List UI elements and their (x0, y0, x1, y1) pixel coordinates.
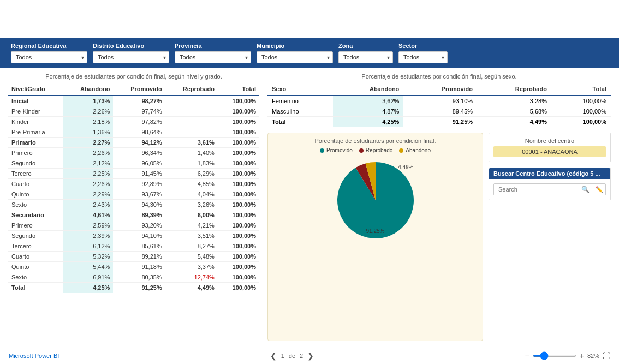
cell-promovido: 98,64% (113, 127, 165, 138)
cell-abandono: 2,12% (63, 158, 113, 169)
filter-sector: Sector Todos (398, 43, 448, 63)
table-row: Sexto6,91%80,35%12,74%100,00% (8, 272, 259, 283)
cell-promovido: 91,25% (113, 283, 165, 293)
cell-reprobado: 4,21% (165, 220, 218, 231)
cell-nivel: Primario (8, 138, 63, 148)
table-row: Segundo2,39%94,10%3,51%100,00% (8, 231, 259, 241)
centro-nombre-value: 00001 - ANACAONA (493, 146, 606, 157)
cell-promovido: 91,18% (113, 262, 165, 272)
footer: Microsoft Power BI ❮ 1 de 2 ❯ − + 82% ⛶ (0, 347, 619, 364)
cell-abandono: 1,36% (63, 127, 113, 138)
cell-promovido: 91,45% (113, 169, 165, 179)
filter-distrito-select[interactable]: Todos (93, 51, 169, 63)
zoom-in-button[interactable]: + (580, 351, 584, 360)
filter-municipio-label: Municipio (257, 43, 333, 49)
cell-total: 100,00% (218, 262, 259, 272)
cell-reprobado (165, 106, 218, 117)
sex-col-total: Total (551, 83, 611, 96)
top-bar (0, 0, 619, 38)
fullscreen-button[interactable]: ⛶ (603, 351, 610, 360)
filter-zona-select[interactable]: Todos (338, 51, 393, 63)
cell-nivel: Primero (8, 148, 63, 158)
sex-table: Sexo Abandono Promovido Reprobado Total … (267, 83, 611, 127)
edit-icon[interactable]: ✏️ (593, 186, 605, 193)
table-row: Tercero2,25%91,45%6,29%100,00% (8, 169, 259, 179)
cell-promovido: 92,89% (113, 179, 165, 189)
cell-reprobado: 1,83% (165, 158, 218, 169)
legend-promovido: Promovido (320, 147, 353, 153)
filter-regional-wrapper: Todos (11, 51, 87, 63)
cell-reprobado: 6,29% (165, 169, 218, 179)
cell-reprobado: 12,74% (165, 272, 218, 283)
table-row: Cuarto2,26%92,89%4,85%100,00% (8, 179, 259, 189)
cell-total: 100,00% (218, 138, 259, 148)
cell-total: 100,00% (218, 189, 259, 200)
table-row: Total4,25%91,25%4,49%100,00% (8, 283, 259, 293)
brand-link[interactable]: Microsoft Power BI (9, 353, 59, 359)
legend-reprobado: Reprobado (359, 147, 392, 153)
sex-cell-total: 100,00% (551, 117, 611, 127)
cell-abandono: 2,25% (63, 169, 113, 179)
grade-table: Nivel/Grado Abandono Promovido Reprobado… (8, 83, 259, 293)
table-row: Tercero6,12%85,61%8,27%100,00% (8, 241, 259, 252)
col-reprobado: Reprobado (165, 83, 218, 96)
sex-cell-total: 100,00% (551, 106, 611, 117)
page-total: 2 (300, 353, 303, 359)
cell-reprobado: 4,04% (165, 189, 218, 200)
cell-promovido: 94,10% (113, 231, 165, 241)
sex-cell-reprobado: 4,49% (477, 117, 551, 127)
sex-table-row: Total4,25%91,25%4,49%100,00% (267, 117, 611, 127)
zoom-controls: − + 82% ⛶ (525, 351, 610, 360)
cell-nivel: Pre-Kinder (8, 106, 63, 117)
zoom-out-button[interactable]: − (525, 351, 529, 360)
zoom-slider[interactable] (533, 355, 576, 357)
table-row: Quinto2,29%93,67%4,04%100,00% (8, 189, 259, 200)
cell-abandono: 2,27% (63, 138, 113, 148)
cell-total: 100,00% (218, 220, 259, 231)
table-row: Secundario4,61%89,39%6,00%100,00% (8, 210, 259, 220)
next-page-button[interactable]: ❯ (307, 351, 314, 360)
cell-total: 100,00% (218, 231, 259, 241)
left-table-container[interactable]: Nivel/Grado Abandono Promovido Reprobado… (8, 83, 259, 293)
filter-sector-label: Sector (398, 43, 448, 49)
cell-promovido: 97,82% (113, 117, 165, 127)
centro-nombre-label: Nombre del centro (493, 138, 606, 144)
filter-distrito-wrapper: Todos (93, 51, 169, 63)
cell-abandono: 2,26% (63, 106, 113, 117)
sex-table-row: Masculino4,87%89,45%5,68%100,00% (267, 106, 611, 117)
cell-nivel: Cuarto (8, 179, 63, 189)
filter-provincia-label: Provincia (175, 43, 251, 49)
filter-regional-label: Regional Educativa (11, 43, 87, 49)
cell-total: 100,00% (218, 106, 259, 117)
page-nav: ❮ 1 de 2 ❯ (270, 351, 314, 360)
cell-abandono: 1,73% (63, 96, 113, 106)
filter-zona-wrapper: Todos (338, 51, 393, 63)
filter-provincia-select[interactable]: Todos (175, 51, 251, 63)
filter-regional: Regional Educativa Todos (11, 43, 87, 63)
sex-table-title: Porcentaje de estudiantes por condición … (267, 73, 611, 80)
bottom-section: Porcentaje de estudiantes por condición … (267, 133, 611, 341)
cell-total: 100,00% (218, 148, 259, 158)
cell-promovido: 94,12% (113, 138, 165, 148)
filter-regional-select[interactable]: Todos (11, 51, 87, 63)
cell-promovido: 97,74% (113, 106, 165, 117)
table-row: Inicial1,73%98,27%100,00% (8, 96, 259, 106)
filter-sector-wrapper: Todos (398, 51, 448, 63)
table-row: Pre-Kinder2,26%97,74%100,00% (8, 106, 259, 117)
cell-reprobado (165, 117, 218, 127)
cell-abandono: 6,12% (63, 241, 113, 252)
sex-cell-abandono: 3,62% (333, 96, 403, 106)
prev-page-button[interactable]: ❮ (270, 351, 277, 360)
cell-reprobado: 4,85% (165, 179, 218, 189)
cell-reprobado: 5,48% (165, 252, 218, 262)
grade-table-body: Inicial1,73%98,27%100,00%Pre-Kinder2,26%… (8, 96, 259, 293)
cell-nivel: Pre-Primaria (8, 127, 63, 138)
filter-municipio-select[interactable]: Todos (257, 51, 333, 63)
pie-container: 91,25% 4,49% (332, 157, 419, 244)
cell-nivel: Segundo (8, 231, 63, 241)
cell-total: 100,00% (218, 200, 259, 210)
filter-distrito-label: Distrito Educativo (93, 43, 169, 49)
search-input[interactable] (494, 184, 578, 195)
filter-sector-select[interactable]: Todos (398, 51, 448, 63)
cell-total: 100,00% (218, 210, 259, 220)
